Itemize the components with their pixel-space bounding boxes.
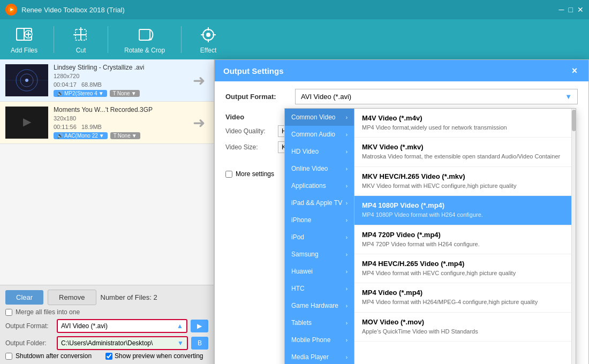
clear-button[interactable]: Clear xyxy=(5,290,43,305)
file-list: Lindsey Stirling - Crystallize .avi 1280… xyxy=(0,59,214,285)
app-title: Renee Video Toolbox 2018 (Trial) xyxy=(21,6,125,14)
effect-button[interactable]: Effect xyxy=(192,21,224,58)
category-iphone[interactable]: iPhone › xyxy=(285,211,354,229)
options-row: Shutdown after conversion Show preview w… xyxy=(5,352,208,360)
chevron-right-icon: › xyxy=(346,303,348,309)
merge-label: Merge all files into one xyxy=(16,308,80,316)
file-meta: 1280x720 xyxy=(54,73,190,79)
dropdown-arrow-icon: ▼ xyxy=(565,93,572,101)
format-title: MKV Video (*.mkv) xyxy=(362,143,568,151)
add-files-button[interactable]: Add Files xyxy=(5,21,43,58)
format-mp4-hevc[interactable]: MP4 HEVC/H.265 Video (*.mp4) MP4 Video f… xyxy=(354,254,576,283)
thumbnail-image-2: ▶ xyxy=(5,107,48,139)
maximize-btn[interactable]: □ xyxy=(569,5,573,14)
more-settings-label: More settings xyxy=(236,170,274,178)
category-applications[interactable]: Applications › xyxy=(285,177,354,194)
chevron-right-icon: › xyxy=(346,354,348,360)
format-mp4-720p[interactable]: MP4 720P Video (*.mp4) MP4 720P Video fo… xyxy=(354,225,576,254)
chevron-right-icon: › xyxy=(346,200,348,206)
cut-icon xyxy=(71,25,90,44)
chevron-right-icon: › xyxy=(346,183,348,189)
cut-button[interactable]: Cut xyxy=(65,21,97,58)
format-mkv[interactable]: MKV Video (*.mkv) Matroska Video format,… xyxy=(354,138,576,166)
category-hd-video[interactable]: HD Video › xyxy=(285,143,354,160)
category-tablets[interactable]: Tablets › xyxy=(285,314,354,331)
format-dropdown-menu: Common Video › Common Audio › HD Video › xyxy=(284,108,576,364)
dialog-body: Output Format: AVI Video (*.avi) ▼ Video… xyxy=(215,81,588,364)
file-item: ▶ Moments You W...'t Recorded.3GP 320x18… xyxy=(0,102,214,144)
remove-button[interactable]: Remove xyxy=(48,290,96,305)
category-common-video[interactable]: Common Video › xyxy=(285,109,354,126)
category-mobile-phone[interactable]: Mobile Phone › xyxy=(285,331,354,348)
format-desc: MP4 720P Video format with H264 configur… xyxy=(362,240,568,248)
output-folder-row: Output Folder: C:\Users\Administrator\De… xyxy=(5,336,208,350)
chevron-right-icon: › xyxy=(346,166,348,172)
format-mp4-1080p[interactable]: MP4 1080P Video (*.mp4) MP4 1080P Video … xyxy=(354,196,576,225)
category-ipod[interactable]: iPod › xyxy=(285,229,354,246)
toolbar-divider-2 xyxy=(108,26,108,53)
chevron-right-icon: › xyxy=(346,217,348,223)
browse-button[interactable]: B xyxy=(191,337,208,350)
audio-tag[interactable]: 🔊 MP2(Stereo 4 ▼ xyxy=(54,90,107,97)
category-list: Common Video › Common Audio › HD Video › xyxy=(285,109,354,364)
chevron-right-icon: › xyxy=(346,115,348,120)
output-format-dropdown[interactable]: AVI Video (*.avi) ▲ xyxy=(57,319,187,333)
category-samsung[interactable]: Samsung › xyxy=(285,246,354,263)
output-format-label: Output Format: xyxy=(5,322,54,330)
thumbnail-image-1 xyxy=(5,64,48,96)
title-bar: Renee Video Toolbox 2018 (Trial) ─ □ ✕ xyxy=(0,0,589,19)
format-desc: MP4 Video format,widely used for network… xyxy=(362,124,568,132)
dialog-close-button[interactable]: × xyxy=(569,65,580,76)
audio-tag[interactable]: 🔊 AAC(Mono 22 ▼ xyxy=(54,132,108,139)
output-format-section: Output Format: AVI Video (*.avi) ▼ xyxy=(225,89,578,104)
format-mkv-hevc[interactable]: MKV HEVC/H.265 Video (*.mkv) MKV Video f… xyxy=(354,167,576,196)
chevron-right-icon: › xyxy=(346,234,348,240)
format-mp4[interactable]: MP4 Video (*.mp4) MP4 Video format with … xyxy=(354,283,576,312)
merge-checkbox[interactable] xyxy=(5,309,12,316)
svg-rect-12 xyxy=(139,29,150,40)
more-settings-checkbox[interactable] xyxy=(225,171,232,178)
preview-label: Show preview when converting xyxy=(115,352,203,360)
file-thumbnail xyxy=(5,64,48,96)
shutdown-checkbox[interactable] xyxy=(5,353,12,360)
rotate-crop-label: Rotate & Crop xyxy=(124,47,165,54)
rotate-crop-button[interactable]: Rotate & Crop xyxy=(119,21,170,58)
svg-text:▶: ▶ xyxy=(23,116,32,127)
format-mov[interactable]: MOV Video (*.mov) Apple's QuickTime Vide… xyxy=(354,313,576,342)
add-files-icon xyxy=(14,25,34,44)
file-controls: 🔊 MP2(Stereo 4 ▼ T None ▼ xyxy=(54,90,190,97)
file-arrow-icon: ➜ xyxy=(193,114,205,132)
format-title: MOV Video (*.mov) xyxy=(362,318,568,326)
file-item: Lindsey Stirling - Crystallize .avi 1280… xyxy=(0,59,214,102)
chevron-right-icon: › xyxy=(346,132,348,138)
main-area: Lindsey Stirling - Crystallize .avi 1280… xyxy=(0,59,589,364)
folder-dropdown-chevron: ▼ xyxy=(177,339,184,347)
video-tag[interactable]: T None ▼ xyxy=(110,132,140,139)
file-name: Lindsey Stirling - Crystallize .avi xyxy=(54,64,190,71)
dialog-title: Output Settings xyxy=(223,66,284,75)
format-m4v[interactable]: M4V Video (*.m4v) MP4 Video format,widel… xyxy=(354,109,576,138)
category-media-player[interactable]: Media Player › xyxy=(285,348,354,364)
effect-icon xyxy=(199,25,218,44)
close-btn[interactable]: ✕ xyxy=(577,5,584,14)
format-desc: Apple's QuickTime Video with HD Standard… xyxy=(362,328,568,336)
category-game-hardware[interactable]: Game Hardware › xyxy=(285,297,354,314)
preview-checkbox[interactable] xyxy=(105,353,112,360)
video-tag[interactable]: T None ▼ xyxy=(110,90,140,97)
output-format-dialog-dropdown[interactable]: AVI Video (*.avi) ▼ xyxy=(295,89,578,104)
category-online-video[interactable]: Online Video › xyxy=(285,160,354,177)
cut-label: Cut xyxy=(76,47,86,54)
category-common-audio[interactable]: Common Audio › xyxy=(285,126,354,143)
toolbar-divider-1 xyxy=(54,26,54,53)
minimize-btn[interactable]: ─ xyxy=(559,5,564,14)
format-desc: MP4 1080P Video format with H264 configu… xyxy=(362,211,568,219)
output-folder-label: Output Folder: xyxy=(5,339,54,347)
category-huawei[interactable]: Huawei › xyxy=(285,263,354,280)
output-folder-dropdown[interactable]: C:\Users\Administrator\Desktop\ ▼ xyxy=(57,336,188,350)
format-title: MP4 720P Video (*.mp4) xyxy=(362,231,568,239)
category-htc[interactable]: HTC › xyxy=(285,280,354,297)
category-ipad-apple-tv[interactable]: iPad && Apple TV › xyxy=(285,194,354,211)
file-duration: 00:04:17 68.8MB xyxy=(54,81,190,88)
bottom-controls: Clear Remove Number of Files: 2 Merge al… xyxy=(0,285,214,364)
convert-button[interactable]: ▶ xyxy=(191,320,208,332)
